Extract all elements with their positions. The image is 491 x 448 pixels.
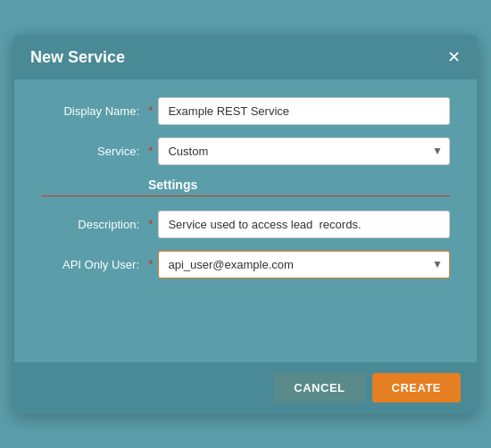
api-user-select-wrap: api_user@example.com ▼ xyxy=(158,251,450,278)
display-name-required: * xyxy=(148,104,153,118)
settings-section-title: Settings xyxy=(148,178,450,192)
display-name-row: Display Name: * xyxy=(41,97,450,125)
service-select-wrap: Custom ▼ xyxy=(158,137,450,165)
description-input[interactable] xyxy=(158,211,450,238)
service-required: * xyxy=(148,144,153,158)
service-row: Service: * Custom ▼ xyxy=(41,137,450,165)
new-service-dialog: New Service ✕ Display Name: * Service: *… xyxy=(13,35,478,414)
dialog-header: New Service ✕ xyxy=(14,36,477,79)
description-required: * xyxy=(148,217,153,231)
service-select[interactable]: Custom xyxy=(158,137,450,165)
display-name-input[interactable] xyxy=(158,97,450,125)
settings-divider xyxy=(41,195,450,196)
api-user-row: API Only User: * api_user@example.com ▼ xyxy=(41,251,450,278)
dialog-title: New Service xyxy=(30,48,125,67)
description-row: Description: * xyxy=(41,211,450,238)
create-button[interactable]: CREATE xyxy=(372,373,461,402)
service-label: Service: xyxy=(41,145,148,158)
display-name-label: Display Name: xyxy=(41,104,148,118)
dialog-footer: CANCEL CREATE xyxy=(14,362,477,413)
close-button[interactable]: ✕ xyxy=(447,49,461,65)
api-user-label: API Only User: xyxy=(41,258,148,271)
api-user-required: * xyxy=(148,257,153,271)
description-label: Description: xyxy=(41,218,148,231)
api-user-select[interactable]: api_user@example.com xyxy=(158,251,450,278)
dialog-body: Display Name: * Service: * Custom ▼ Sett… xyxy=(14,79,477,309)
cancel-button[interactable]: CANCEL xyxy=(274,373,364,402)
